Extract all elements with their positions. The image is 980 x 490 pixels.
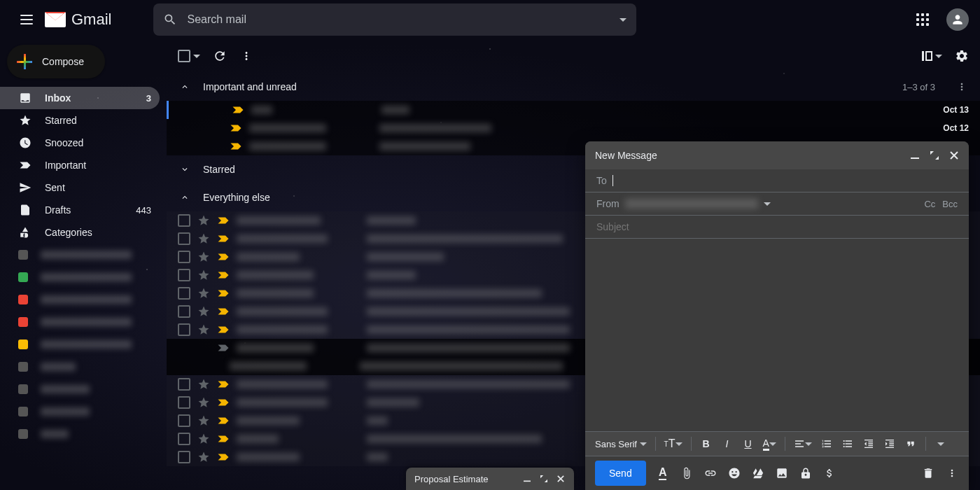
- send-button[interactable]: Send: [595, 461, 646, 486]
- settings-button[interactable]: [955, 49, 969, 63]
- star-icon[interactable]: [197, 305, 210, 318]
- gmail-logo[interactable]: Gmail: [45, 10, 111, 29]
- sidebar-label[interactable]: [0, 378, 160, 400]
- row-checkbox[interactable]: [178, 305, 190, 318]
- sidebar-label[interactable]: [0, 423, 160, 445]
- select-all[interactable]: [178, 50, 200, 62]
- sidebar-label[interactable]: [0, 400, 160, 423]
- subject-input[interactable]: [596, 221, 958, 232]
- underline-button[interactable]: U: [739, 435, 757, 453]
- important-marker-icon[interactable]: [230, 124, 242, 132]
- star-icon[interactable]: [197, 269, 210, 281]
- important-marker-icon[interactable]: [232, 106, 244, 114]
- important-marker-icon[interactable]: [217, 307, 230, 316]
- sidebar-item-starred[interactable]: Starred: [0, 109, 160, 132]
- subject-field[interactable]: [585, 216, 969, 239]
- important-marker-icon[interactable]: [217, 289, 230, 298]
- compose-body[interactable]: [585, 239, 969, 431]
- font-size-button[interactable]: TT: [662, 435, 685, 453]
- to-field[interactable]: To: [585, 169, 969, 192]
- bcc-link[interactable]: Bcc: [942, 199, 958, 209]
- star-icon[interactable]: [197, 378, 210, 391]
- star-icon[interactable]: [197, 251, 210, 263]
- sidebar-label[interactable]: [0, 288, 160, 311]
- search-options-icon[interactable]: [620, 18, 626, 22]
- star-icon[interactable]: [197, 451, 210, 463]
- indent-more-button[interactable]: [881, 435, 899, 453]
- account-avatar[interactable]: [946, 8, 969, 31]
- star-icon[interactable]: [197, 414, 210, 427]
- sidebar-label[interactable]: [0, 311, 160, 333]
- star-icon[interactable]: [197, 232, 210, 245]
- italic-button[interactable]: I: [718, 435, 736, 453]
- refresh-button[interactable]: [213, 49, 227, 63]
- close-button[interactable]: [949, 150, 959, 160]
- collapse-button[interactable]: [178, 162, 192, 176]
- search-input[interactable]: [187, 13, 610, 26]
- important-marker-icon[interactable]: [217, 326, 230, 334]
- chevron-down-icon[interactable]: [764, 202, 771, 206]
- row-checkbox[interactable]: [178, 323, 190, 336]
- insert-link-button[interactable]: [704, 466, 718, 480]
- discard-button[interactable]: [921, 466, 935, 480]
- mail-row[interactable]: Oct 13: [167, 101, 980, 119]
- row-checkbox[interactable]: [178, 414, 190, 427]
- sidebar-label[interactable]: [0, 266, 160, 288]
- minimized-compose[interactable]: Proposal Estimate: [406, 468, 574, 490]
- row-checkbox[interactable]: [178, 287, 190, 300]
- section-more-button[interactable]: [955, 80, 969, 94]
- insert-money-button[interactable]: [822, 466, 836, 480]
- row-checkbox[interactable]: [178, 378, 190, 391]
- insert-emoji-button[interactable]: [727, 466, 741, 480]
- quote-button[interactable]: [902, 435, 920, 453]
- important-marker-icon[interactable]: [217, 416, 230, 425]
- important-marker-icon[interactable]: [217, 216, 230, 225]
- sidebar-item-categories[interactable]: Categories: [0, 221, 160, 244]
- row-checkbox[interactable]: [178, 451, 190, 463]
- important-marker-icon[interactable]: [230, 142, 242, 150]
- row-checkbox[interactable]: [178, 232, 190, 245]
- sidebar-label[interactable]: [0, 333, 160, 356]
- important-marker-icon[interactable]: [217, 398, 230, 407]
- main-menu-button[interactable]: [11, 4, 42, 35]
- compose-button[interactable]: Compose: [7, 45, 105, 78]
- insert-photo-button[interactable]: [775, 466, 789, 480]
- important-marker-icon[interactable]: [217, 344, 230, 352]
- important-marker-icon[interactable]: [217, 453, 230, 461]
- to-input[interactable]: [619, 175, 958, 186]
- fullscreen-button[interactable]: [539, 474, 549, 484]
- sidebar-label[interactable]: [0, 244, 160, 266]
- star-icon[interactable]: [197, 214, 210, 227]
- fullscreen-button[interactable]: [930, 150, 939, 160]
- collapse-button[interactable]: [178, 190, 192, 204]
- insert-drive-button[interactable]: [751, 466, 765, 480]
- minimize-button[interactable]: [910, 150, 920, 160]
- confidential-button[interactable]: [799, 466, 813, 480]
- row-checkbox[interactable]: [178, 269, 190, 281]
- indent-less-button[interactable]: [860, 435, 878, 453]
- star-icon[interactable]: [197, 323, 210, 336]
- search-bar[interactable]: [153, 4, 636, 36]
- more-button[interactable]: [239, 49, 253, 63]
- split-pane-button[interactable]: [922, 51, 942, 61]
- numbered-list-button[interactable]: [818, 435, 836, 453]
- row-checkbox[interactable]: [178, 396, 190, 409]
- star-icon[interactable]: [197, 287, 210, 300]
- format-more-button[interactable]: [932, 435, 950, 453]
- bullet-list-button[interactable]: [839, 435, 857, 453]
- sidebar-item-inbox[interactable]: Inbox 3: [0, 87, 160, 109]
- cc-link[interactable]: Cc: [924, 199, 935, 209]
- align-button[interactable]: [791, 435, 815, 453]
- minimize-button[interactable]: [522, 474, 532, 484]
- collapse-button[interactable]: [178, 80, 192, 94]
- star-icon[interactable]: [197, 396, 210, 409]
- from-field[interactable]: From Cc Bcc: [585, 192, 969, 216]
- attach-button[interactable]: [680, 466, 694, 480]
- star-icon[interactable]: [197, 433, 210, 445]
- important-marker-icon[interactable]: [217, 234, 230, 243]
- sidebar-item-important[interactable]: Important: [0, 154, 160, 176]
- text-color-button[interactable]: A: [760, 435, 779, 453]
- bold-button[interactable]: B: [697, 435, 715, 453]
- important-marker-icon[interactable]: [217, 271, 230, 279]
- important-marker-icon[interactable]: [217, 253, 230, 261]
